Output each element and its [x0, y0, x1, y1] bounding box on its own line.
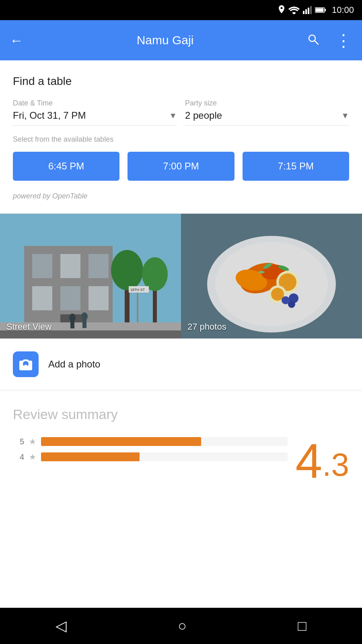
party-size-dropdown[interactable]: 2 people ▼: [185, 110, 349, 126]
street-view-label: Street View: [6, 322, 51, 332]
find-table-section: Find a table Date & Time Fri, Oct 31, 7 …: [0, 60, 362, 213]
photos-count-label: 27 photos: [187, 322, 226, 332]
time-slot-700[interactable]: 7:00 PM: [128, 152, 234, 181]
available-tables-label: Select from the available tables: [13, 135, 349, 144]
star-4-label: 4: [13, 452, 24, 462]
opentable-credit: powered by OpenTable: [13, 192, 349, 200]
svg-line-8: [315, 41, 318, 44]
bar-4-container: [41, 452, 288, 461]
status-icons: 10:00: [278, 5, 354, 15]
battery-icon: [315, 7, 326, 13]
back-button[interactable]: ←: [10, 33, 23, 48]
location-icon: [278, 5, 285, 15]
dropdowns-row: Date & Time Fri, Oct 31, 7 PM ▼ Party si…: [13, 99, 349, 126]
food-photo-tile[interactable]: 27 photos: [181, 214, 362, 339]
star-4-icon: ★: [29, 452, 36, 462]
star-5-icon: ★: [29, 437, 36, 446]
page-title: Namu Gaji: [31, 33, 299, 47]
party-size-label: Party size: [185, 99, 349, 107]
party-size-value: 2 people: [185, 110, 222, 121]
date-time-label: Date & Time: [13, 99, 177, 107]
rating-decimal-number: .3: [322, 449, 349, 481]
svg-rect-48: [181, 214, 362, 339]
review-summary-title: Review summary: [13, 407, 349, 422]
svg-rect-31: [0, 214, 181, 339]
party-size-group: Party size 2 people ▼: [185, 99, 349, 126]
time-slots-row: 6:45 PM 7:00 PM 7:15 PM: [13, 152, 349, 181]
main-content: Find a table Date & Time Fri, Oct 31, 7 …: [0, 60, 362, 493]
party-size-arrow-icon: ▼: [341, 111, 349, 120]
star-5-label: 5: [13, 437, 24, 446]
street-view-tile[interactable]: 18TH ST Street View: [0, 214, 181, 339]
camera-icon: [13, 351, 39, 377]
svg-rect-2: [308, 8, 309, 14]
search-button[interactable]: [307, 33, 319, 48]
svg-rect-1: [305, 9, 307, 14]
rating-bars: 5 ★ 4 ★: [13, 437, 288, 467]
bar-5-container: [41, 437, 288, 446]
signal-icon: [303, 6, 312, 14]
status-time: 10:00: [332, 5, 354, 15]
svg-rect-5: [315, 8, 323, 12]
svg-rect-0: [303, 11, 304, 14]
add-photo-label: Add a photo: [48, 359, 100, 370]
status-bar: 10:00: [0, 0, 362, 20]
bar-4-fill: [41, 452, 140, 461]
more-button[interactable]: ⋮: [335, 31, 352, 50]
photos-row: 18TH ST Street View: [0, 214, 362, 339]
bar-5-fill: [41, 437, 201, 446]
overall-rating: 4 .3: [288, 437, 349, 485]
svg-point-49: [24, 365, 27, 368]
time-slot-715[interactable]: 7:15 PM: [243, 152, 349, 181]
rating-row-4: 4 ★: [13, 452, 288, 462]
nav-recent-button[interactable]: □: [298, 617, 306, 634]
nav-home-button[interactable]: ○: [178, 617, 187, 634]
rating-chart: 5 ★ 4 ★ 4 .3: [13, 437, 349, 485]
top-app-bar: ← Namu Gaji ⋮: [0, 20, 362, 60]
date-time-value: Fri, Oct 31, 7 PM: [13, 110, 86, 121]
svg-rect-6: [325, 9, 326, 11]
find-table-title: Find a table: [13, 75, 349, 88]
date-time-arrow-icon: ▼: [169, 111, 177, 120]
date-time-group: Date & Time Fri, Oct 31, 7 PM ▼: [13, 99, 177, 126]
svg-rect-3: [310, 6, 312, 14]
time-slot-645[interactable]: 6:45 PM: [13, 152, 119, 181]
nav-back-button[interactable]: ◁: [56, 617, 67, 634]
add-photo-row[interactable]: Add a photo: [0, 339, 362, 390]
date-time-dropdown[interactable]: Fri, Oct 31, 7 PM ▼: [13, 110, 177, 126]
rating-row-5: 5 ★: [13, 437, 288, 446]
wifi-icon: [288, 6, 300, 14]
nav-bar: ◁ ○ □: [0, 608, 362, 644]
review-section: Review summary 5 ★ 4 ★: [0, 390, 362, 493]
rating-big-number: 4: [296, 437, 323, 485]
